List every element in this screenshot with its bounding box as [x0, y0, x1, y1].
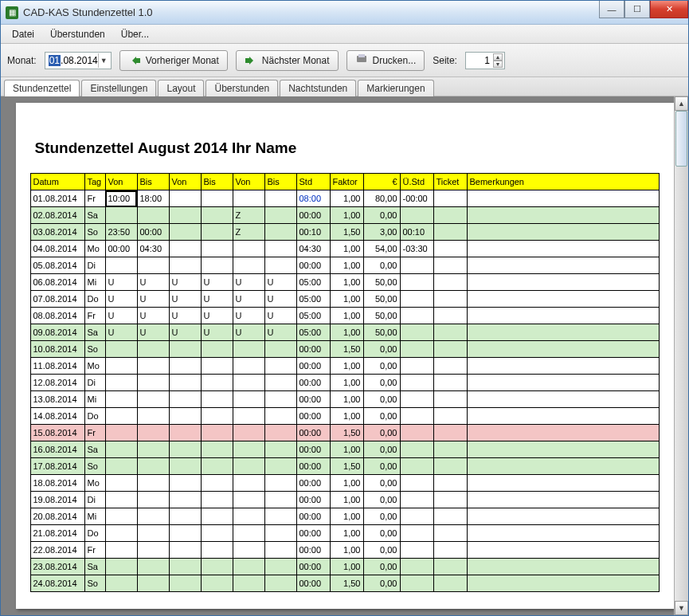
cell[interactable]: Sa — [84, 207, 105, 224]
cell[interactable] — [400, 324, 433, 341]
cell[interactable]: U — [201, 308, 233, 324]
cell[interactable] — [467, 408, 659, 425]
cell[interactable]: 08:00 — [296, 190, 330, 207]
cell[interactable] — [169, 391, 201, 408]
cell[interactable]: 1,00 — [330, 475, 363, 492]
cell[interactable]: 00:00 — [296, 207, 330, 224]
cell[interactable]: 1,00 — [330, 291, 363, 308]
cell[interactable] — [201, 475, 233, 492]
cell[interactable]: 00:00 — [296, 575, 330, 592]
tab-stundenzettel[interactable]: Stundenzettel — [4, 80, 80, 96]
cell[interactable] — [233, 257, 264, 274]
cell[interactable]: 19.08.2014 — [30, 492, 84, 508]
cell[interactable]: 00:00 — [296, 441, 330, 458]
menu-uber[interactable]: Über... — [115, 27, 155, 41]
table-row[interactable]: 11.08.2014Mo00:001,000,00 — [30, 358, 659, 375]
table-row[interactable]: 19.08.2014Di00:001,000,00 — [30, 492, 659, 508]
cell[interactable] — [137, 542, 169, 559]
cell[interactable] — [233, 441, 264, 458]
cell[interactable] — [201, 425, 233, 441]
cell[interactable]: Do — [84, 408, 105, 425]
cell[interactable] — [105, 458, 137, 475]
cell[interactable]: Di — [84, 492, 105, 508]
cell[interactable] — [169, 492, 201, 508]
cell[interactable] — [169, 207, 201, 224]
cell[interactable] — [137, 391, 169, 408]
cell[interactable] — [137, 358, 169, 375]
cell[interactable] — [105, 358, 137, 375]
scroll-thumb[interactable] — [675, 111, 687, 167]
cell[interactable]: 05.08.2014 — [30, 257, 84, 274]
cell[interactable]: 3,00 — [363, 224, 400, 241]
cell[interactable] — [467, 425, 659, 441]
cell[interactable]: 1,00 — [330, 257, 363, 274]
cell[interactable] — [467, 257, 659, 274]
cell[interactable]: U — [264, 274, 296, 291]
cell[interactable] — [433, 492, 467, 508]
cell[interactable] — [201, 207, 233, 224]
cell[interactable] — [400, 358, 433, 375]
cell[interactable] — [264, 375, 296, 391]
cell[interactable]: 0,00 — [363, 575, 400, 592]
cell[interactable]: Di — [84, 375, 105, 391]
cell[interactable]: 1,00 — [330, 525, 363, 542]
cell[interactable] — [169, 375, 201, 391]
cell[interactable] — [400, 475, 433, 492]
cell[interactable] — [467, 241, 659, 257]
cell[interactable] — [233, 542, 264, 559]
cell[interactable] — [433, 308, 467, 324]
cell[interactable] — [467, 207, 659, 224]
cell[interactable] — [467, 441, 659, 458]
cell[interactable] — [137, 408, 169, 425]
cell[interactable] — [467, 291, 659, 308]
cell[interactable]: 06.08.2014 — [30, 274, 84, 291]
cell[interactable] — [400, 257, 433, 274]
cell[interactable]: 54,00 — [363, 241, 400, 257]
cell[interactable] — [467, 224, 659, 241]
cell[interactable]: 18.08.2014 — [30, 475, 84, 492]
table-row[interactable]: 22.08.2014Fr00:001,000,00 — [30, 542, 659, 559]
cell[interactable]: U — [137, 291, 169, 308]
cell[interactable]: 80,00 — [363, 190, 400, 207]
cell[interactable]: 1,50 — [330, 224, 363, 241]
cell[interactable]: 1,00 — [330, 308, 363, 324]
cell[interactable] — [233, 508, 264, 525]
cell[interactable] — [169, 408, 201, 425]
cell[interactable] — [467, 525, 659, 542]
cell[interactable] — [201, 559, 233, 575]
cell[interactable]: 00:00 — [296, 559, 330, 575]
cell[interactable] — [201, 492, 233, 508]
cell[interactable]: 05:00 — [296, 308, 330, 324]
cell[interactable]: 14.08.2014 — [30, 408, 84, 425]
table-row[interactable]: 03.08.2014So23:5000:00Z00:101,503,0000:1… — [30, 224, 659, 241]
cell[interactable] — [201, 458, 233, 475]
cell[interactable]: U — [201, 291, 233, 308]
cell[interactable] — [201, 575, 233, 592]
cell[interactable] — [105, 508, 137, 525]
cell[interactable]: Di — [84, 257, 105, 274]
cell[interactable]: 1,50 — [330, 341, 363, 358]
cell[interactable]: 00:00 — [296, 408, 330, 425]
cell[interactable]: Mi — [84, 391, 105, 408]
tab-layout[interactable]: Layout — [158, 80, 204, 96]
cell[interactable]: Mo — [84, 475, 105, 492]
cell[interactable]: U — [105, 274, 137, 291]
cell[interactable]: 00:00 — [296, 475, 330, 492]
cell[interactable] — [264, 475, 296, 492]
cell[interactable]: 04:30 — [137, 241, 169, 257]
cell[interactable]: 00:00 — [296, 425, 330, 441]
table-row[interactable]: 14.08.2014Do00:001,000,00 — [30, 408, 659, 425]
cell[interactable] — [433, 525, 467, 542]
cell[interactable] — [400, 341, 433, 358]
cell[interactable]: Mi — [84, 274, 105, 291]
cell[interactable] — [105, 475, 137, 492]
cell[interactable]: Sa — [84, 441, 105, 458]
cell[interactable]: 0,00 — [363, 358, 400, 375]
cell[interactable] — [264, 425, 296, 441]
cell[interactable] — [467, 575, 659, 592]
cell[interactable]: 1,00 — [330, 375, 363, 391]
cell[interactable]: Sa — [84, 559, 105, 575]
cell[interactable]: 0,00 — [363, 525, 400, 542]
cell[interactable] — [105, 559, 137, 575]
table-row[interactable]: 01.08.2014Fr10:0018:0008:001,0080,00-00:… — [30, 190, 659, 207]
